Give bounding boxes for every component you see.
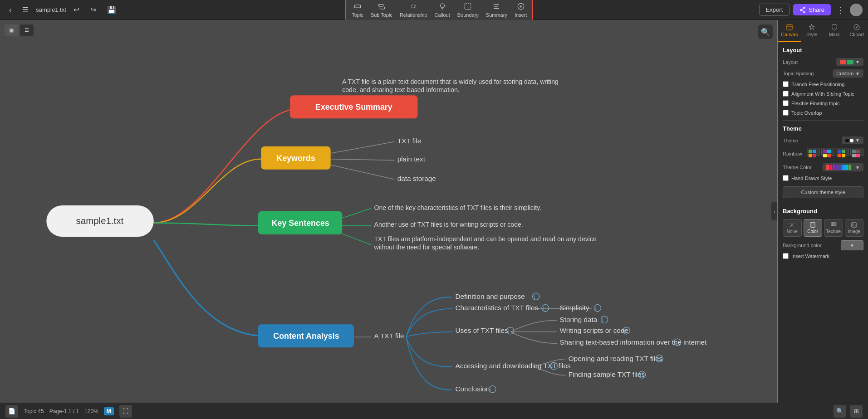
canvas-area[interactable]: ▣ ☰ 🔍 ›: [0, 20, 777, 403]
svg-point-3: [440, 4, 444, 8]
right-panel: Canvas Style Mark Clipart Layout Layout: [777, 20, 868, 403]
relationship-button[interactable]: Relationship: [397, 0, 430, 19]
svg-line-12: [331, 159, 395, 161]
theme-color-dropdown[interactable]: ▼: [823, 163, 863, 171]
rainbow-btn-3[interactable]: [836, 148, 849, 156]
apps-button[interactable]: ⋮: [834, 3, 846, 17]
svg-text:Simplicity: Simplicity: [560, 304, 589, 312]
save-button[interactable]: 💾: [103, 4, 120, 16]
theme-dropdown[interactable]: ▼: [842, 136, 863, 144]
subtopic-button[interactable]: Sub Topic: [368, 0, 395, 19]
theme-label: Theme: [783, 138, 798, 143]
branch-free-checkbox[interactable]: [783, 81, 789, 87]
top-bar-right: Export Share ⋮: [759, 3, 863, 17]
bg-color-swatch[interactable]: ▼: [841, 240, 863, 250]
svg-text:plain text: plain text: [397, 155, 426, 163]
topic-spacing-dropdown[interactable]: Custom ▼: [833, 69, 863, 78]
filename: sample1.txt: [36, 6, 66, 13]
layout-dropdown[interactable]: ▼: [836, 58, 863, 66]
flexible-row: Flexible Floating topic: [783, 100, 863, 106]
svg-text:Another use of TXT files is fo: Another use of TXT files is for writing …: [374, 221, 523, 228]
fullscreen-button[interactable]: ⛶: [119, 405, 132, 418]
rainbow-row: Rainbow: [783, 148, 863, 160]
redo-button[interactable]: ↪: [87, 4, 100, 16]
summary-button[interactable]: Summary: [483, 0, 510, 19]
svg-line-13: [331, 165, 395, 180]
watermark-checkbox[interactable]: [783, 253, 789, 259]
svg-rect-1: [378, 4, 383, 6]
overlap-checkbox[interactable]: [783, 110, 789, 116]
rainbow-options: [807, 148, 863, 156]
tab-canvas[interactable]: Canvas: [778, 20, 801, 42]
svg-text:i: i: [490, 387, 491, 392]
svg-point-85: [853, 224, 853, 224]
hand-drawn-label: Hand-Drawn Style: [791, 175, 832, 181]
rainbow-btn-4[interactable]: [850, 148, 863, 156]
back-button[interactable]: ‹: [5, 4, 15, 16]
status-bar: 📄 Topic 45 Page-1 1 / 1 120% M ⛶ 🔍 ⊞: [0, 403, 868, 419]
logo-button[interactable]: M: [104, 407, 114, 415]
topic-button[interactable]: Topic: [349, 0, 366, 19]
tab-clipart[interactable]: Clipart: [846, 20, 868, 42]
status-right: 🔍 ⊞: [834, 405, 863, 418]
view-list-button[interactable]: ☰: [20, 24, 34, 36]
page-info: Page-1 1 / 1: [49, 408, 79, 414]
svg-rect-77: [810, 223, 815, 228]
menu-button[interactable]: ☰: [19, 4, 32, 16]
hand-drawn-checkbox[interactable]: [783, 175, 789, 181]
zoom-out-button[interactable]: 🔍: [834, 405, 846, 418]
boundary-button[interactable]: Boundary: [455, 0, 481, 19]
tab-style[interactable]: Style: [801, 20, 824, 42]
status-page-icon[interactable]: 📄: [5, 405, 18, 418]
share-button[interactable]: Share: [793, 4, 831, 15]
theme-section-title: Theme: [783, 125, 863, 132]
rainbow-label: Rainbow: [783, 151, 802, 156]
view-toggle-row: ▣ ☰: [5, 24, 34, 36]
bg-tab-none[interactable]: None: [783, 219, 802, 237]
svg-text:Sharing text-based information: Sharing text-based information over the …: [560, 338, 707, 346]
svg-text:i: i: [640, 373, 641, 378]
alignment-label: Alignment With Sibling Topic: [791, 91, 854, 97]
svg-text:One of the key characteristics: One of the key characteristics of TXT fi…: [374, 204, 541, 211]
bg-tab-texture[interactable]: Texture: [824, 219, 843, 237]
flexible-checkbox[interactable]: [783, 100, 789, 106]
svg-rect-83: [835, 224, 836, 226]
tab-mark[interactable]: Mark: [823, 20, 846, 42]
svg-text:Definition and purpose: Definition and purpose: [456, 292, 525, 300]
branch-free-label: Branch Free Positioning: [791, 82, 844, 87]
rainbow-btn-1[interactable]: [807, 148, 820, 156]
svg-line-16: [336, 232, 371, 245]
theme-row: Theme ▼: [783, 136, 863, 144]
svg-text:sample1.txt: sample1.txt: [76, 215, 124, 226]
layout-row: Layout ▼: [783, 58, 863, 66]
callout-button[interactable]: Callout: [432, 0, 452, 19]
svg-text:Finding sample TXT files: Finding sample TXT files: [569, 370, 645, 378]
svg-line-11: [331, 141, 395, 153]
zoom-level: 120%: [84, 408, 98, 414]
svg-text:Key Sentences: Key Sentences: [272, 219, 329, 228]
svg-text:i: i: [657, 357, 658, 362]
svg-text:Opening and reading TXT files: Opening and reading TXT files: [569, 355, 663, 362]
rainbow-btn-2[interactable]: [821, 148, 834, 156]
export-button[interactable]: Export: [759, 4, 790, 16]
custom-theme-button[interactable]: Custom theme style: [783, 186, 863, 198]
avatar[interactable]: [850, 4, 863, 16]
flexible-label: Flexible Floating topic: [791, 101, 839, 106]
collapse-panel-button[interactable]: ›: [771, 202, 777, 220]
bg-tab-image[interactable]: Image: [845, 219, 864, 237]
svg-text:Characteristics of TXT files: Characteristics of TXT files: [456, 304, 539, 312]
bg-color-row: Background color ▼: [783, 240, 863, 250]
alignment-checkbox[interactable]: [783, 91, 789, 97]
undo-button[interactable]: ↩: [70, 4, 83, 16]
bg-tab-color[interactable]: Color: [804, 219, 823, 237]
view-card-button[interactable]: ▣: [5, 24, 18, 36]
topic-spacing-row: Topic Spacing Custom ▼: [783, 69, 863, 78]
insert-button[interactable]: Insert: [512, 0, 530, 19]
svg-text:Uses of TXT files: Uses of TXT files: [456, 326, 508, 334]
svg-rect-2: [380, 7, 385, 9]
search-button[interactable]: 🔍: [758, 24, 773, 39]
svg-text:Writing scripts or code: Writing scripts or code: [560, 326, 628, 334]
divider-1: [783, 120, 863, 121]
top-bar: ‹ ☰ sample1.txt ↩ ↪ 💾 Topic Sub Topic Re…: [0, 0, 868, 20]
grid-button[interactable]: ⊞: [850, 405, 863, 418]
